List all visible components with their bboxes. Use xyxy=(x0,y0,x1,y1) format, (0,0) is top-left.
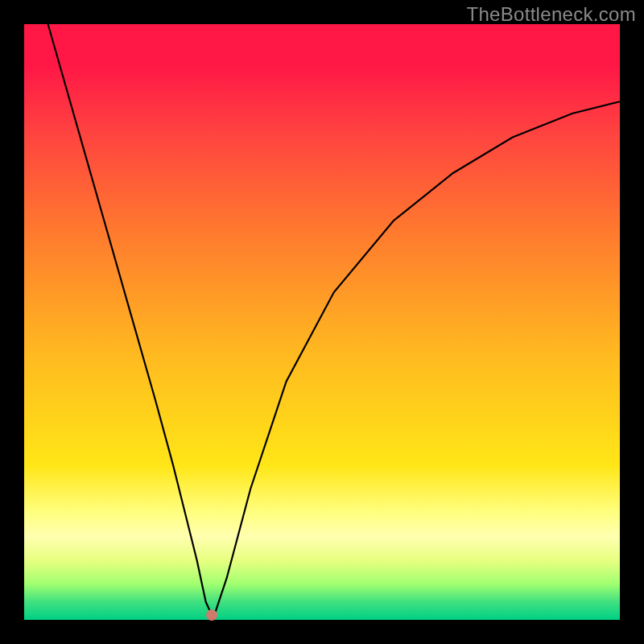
plot-area xyxy=(24,24,620,620)
chart-frame: TheBottleneck.com xyxy=(0,0,644,644)
bottleneck-curve xyxy=(24,24,620,620)
optimal-point-marker xyxy=(206,609,217,621)
watermark-text: TheBottleneck.com xyxy=(466,3,636,26)
